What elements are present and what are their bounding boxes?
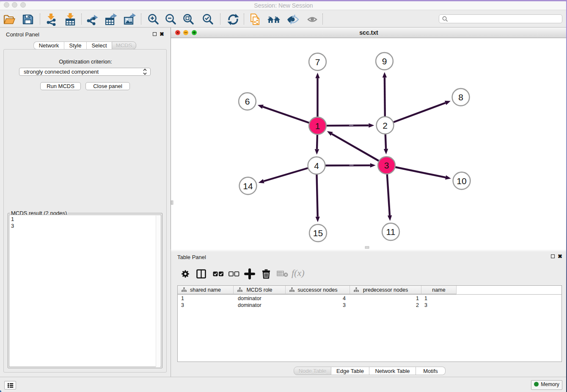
svg-text:8: 8 (458, 92, 463, 102)
svg-text:2: 2 (383, 121, 388, 130)
svg-text:4: 4 (314, 161, 319, 171)
svg-text:15: 15 (313, 228, 323, 238)
svg-text:9: 9 (382, 56, 387, 66)
svg-text:10: 10 (457, 176, 466, 186)
svg-text:3: 3 (384, 160, 389, 170)
svg-text:1: 1 (315, 121, 320, 131)
svg-text:11: 11 (386, 227, 396, 237)
svg-text:7: 7 (315, 57, 320, 67)
svg-text:6: 6 (245, 97, 250, 106)
svg-text:14: 14 (243, 181, 253, 191)
